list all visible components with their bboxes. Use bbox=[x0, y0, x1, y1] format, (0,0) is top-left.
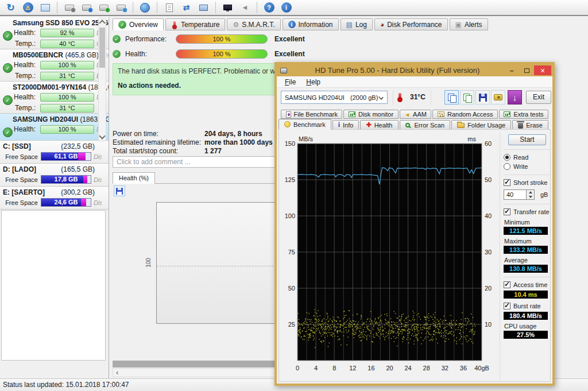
tab-erase[interactable]: Erase bbox=[512, 120, 548, 130]
temp-bar: 40 °C bbox=[40, 40, 94, 48]
tab-temperature[interactable]: Temperature bbox=[165, 18, 225, 30]
transfer-rate-checkbox[interactable] bbox=[504, 208, 510, 215]
exit-button[interactable]: Exit bbox=[526, 91, 551, 104]
remote-computer-icon[interactable] bbox=[196, 1, 211, 14]
maximum-value: 133.2 MB/s bbox=[504, 246, 548, 254]
status-bar-text: Status last updated: 15.01.2018 17:00:47 bbox=[3, 381, 129, 389]
gear-icon: ⚙ bbox=[233, 21, 239, 29]
disk-clock-icon[interactable] bbox=[79, 1, 94, 14]
tab-disk-performance[interactable]: ◕Disk Performance bbox=[374, 18, 448, 30]
disk-search-icon[interactable] bbox=[114, 1, 128, 14]
tab-file-benchmark[interactable]: File Benchmark bbox=[281, 110, 342, 119]
desktop: ↻ ⚠ ⇄ ◄ ? i Samsung SSD 850 EVO 250GB (2… bbox=[0, 0, 588, 391]
tab-information[interactable]: iInformation bbox=[283, 18, 339, 30]
temp-label: Temp.: bbox=[0, 72, 36, 80]
disk-header: MB0500EBNCR (465,8 GB) Disk: bbox=[0, 51, 109, 59]
tab-log[interactable]: ▤Log bbox=[341, 18, 373, 30]
sidebar-disk-samsung-ssd[interactable]: Samsung SSD 850 EVO 250GB (2 Health:92 %… bbox=[0, 17, 109, 49]
info-icon[interactable]: i bbox=[279, 1, 293, 14]
sidebar-disk-st2000[interactable]: ST2000DM001-9YN164 (1863,0 Health:100 %D… bbox=[0, 82, 109, 114]
short-stroke-stepper[interactable] bbox=[527, 189, 535, 200]
chart-icon bbox=[349, 111, 355, 117]
partition-e[interactable]: E: [SAERTO](300,2 GB) Free Space 24,6 GB… bbox=[0, 187, 109, 210]
short-stroke-checkbox[interactable] bbox=[504, 179, 510, 186]
tab-label: Info bbox=[343, 122, 353, 129]
report-glyph bbox=[166, 3, 173, 12]
partition-size: (232,5 GB) bbox=[61, 142, 95, 150]
read-radio[interactable] bbox=[504, 154, 510, 161]
tab-info[interactable]: iInfo bbox=[332, 120, 359, 130]
speaker-icon[interactable]: ◄ bbox=[238, 1, 252, 14]
maximize-button[interactable] bbox=[519, 65, 534, 75]
stat-label: Power on time: bbox=[113, 130, 204, 138]
scroll-down-icon[interactable] bbox=[99, 133, 105, 139]
svg-text:0: 0 bbox=[296, 365, 299, 371]
save-chart-button[interactable] bbox=[114, 185, 125, 196]
partition-d[interactable]: D: [LADO](165,5 GB) Free Space 17,8 GB D… bbox=[0, 164, 109, 187]
scroll-thumb[interactable] bbox=[99, 28, 105, 68]
partition-c[interactable]: C: [SSD](232,5 GB) Free Space 61,1 GB Di… bbox=[0, 141, 109, 164]
tab-alerts[interactable]: ▣Alerts bbox=[450, 18, 488, 30]
benchmark-panel: MB/sms1501251007550256050403020100481216… bbox=[278, 129, 551, 382]
start-button[interactable]: Start bbox=[508, 134, 546, 145]
copy-green-icon bbox=[463, 93, 472, 102]
health-ok-icon bbox=[3, 95, 13, 105]
capture-download-button[interactable]: ↓ bbox=[508, 90, 522, 104]
sync-icon[interactable]: ⇄ bbox=[179, 1, 194, 14]
tab-overview[interactable]: ✓Overview bbox=[113, 18, 164, 30]
tab-error-scan[interactable]: Error Scan bbox=[400, 120, 451, 130]
partition-size: (165,5 GB) bbox=[61, 165, 95, 173]
main-toolbar: ↻ ⚠ ⇄ ◄ ? i bbox=[0, 0, 588, 16]
tab-extra-tests[interactable]: Extra tests bbox=[499, 110, 548, 119]
disk-ok-icon[interactable] bbox=[96, 1, 111, 14]
tab-health[interactable]: ✚Health bbox=[360, 120, 398, 130]
report-icon[interactable] bbox=[162, 1, 176, 14]
write-label: Write bbox=[513, 163, 528, 170]
scroll-left-icon[interactable]: ‹ bbox=[113, 368, 121, 378]
write-radio[interactable] bbox=[504, 163, 510, 170]
tab-smart[interactable]: ⚙S.M.A.R.T. bbox=[227, 18, 280, 30]
refresh-icon[interactable]: ↻ bbox=[3, 1, 18, 14]
tab-benchmark[interactable]: Benchmark bbox=[278, 119, 331, 130]
svg-text:36: 36 bbox=[460, 365, 467, 371]
dots-icon bbox=[438, 111, 444, 117]
scroll-up-icon[interactable] bbox=[99, 20, 105, 26]
short-stroke-input[interactable]: 40 bbox=[504, 189, 527, 200]
copy-clipboard-button[interactable] bbox=[444, 90, 459, 104]
monitor-icon[interactable] bbox=[220, 1, 235, 14]
performance-meter: 100 % bbox=[176, 34, 268, 44]
menu-help[interactable]: Help bbox=[301, 77, 325, 87]
network-disk-icon[interactable] bbox=[138, 1, 152, 14]
health-ok-icon bbox=[3, 31, 13, 41]
tab-aam[interactable]: ◄AAM bbox=[400, 110, 432, 119]
temp-bar: 31 °C bbox=[40, 104, 94, 113]
tab-label: Benchmark bbox=[293, 121, 326, 128]
device-dropdown[interactable]: SAMSUNG HD204UI (2000 gB) bbox=[281, 91, 388, 104]
disk-stats: Power on time:204 days, 8 hours Estimate… bbox=[113, 130, 273, 156]
minimize-button[interactable] bbox=[504, 65, 519, 75]
copy-image-button[interactable] bbox=[460, 90, 474, 104]
help-icon[interactable]: ? bbox=[262, 1, 276, 14]
access-time-checkbox[interactable] bbox=[504, 281, 510, 288]
bulb-icon bbox=[284, 121, 291, 127]
toolbar-separator bbox=[57, 2, 57, 13]
sidebar-disk-hd204ui-selected[interactable]: SAMSUNG HD204UI (1863,0 GB) Health:100 %… bbox=[0, 114, 109, 141]
save-button[interactable] bbox=[475, 90, 490, 104]
partition-name: E: [SAERTO] bbox=[3, 188, 45, 196]
sidebar-disk-mb0500[interactable]: MB0500EBNCR (465,8 GB) Disk: Health:100 … bbox=[0, 49, 109, 82]
toolbar-separator bbox=[215, 2, 216, 13]
tab-disk-monitor[interactable]: Disk monitor bbox=[343, 110, 398, 119]
menu-file[interactable]: File bbox=[280, 77, 300, 87]
screenshot-button[interactable] bbox=[491, 90, 505, 104]
close-button[interactable] bbox=[534, 65, 551, 75]
disk-panel-icon[interactable] bbox=[38, 1, 52, 14]
burst-rate-checkbox[interactable] bbox=[504, 303, 510, 309]
hdtune-titlebar[interactable]: HD Tune Pro 5.00 - Hard Disk Utility (Fu… bbox=[277, 64, 552, 76]
tab-health-percent[interactable]: Health (%) bbox=[113, 172, 155, 184]
warning-icon[interactable]: ⚠ bbox=[21, 1, 35, 14]
disk-tools-icon[interactable] bbox=[62, 1, 76, 14]
sidebar-scrollbar[interactable] bbox=[98, 18, 106, 141]
tab-folder-usage[interactable]: Folder Usage bbox=[451, 120, 511, 130]
tab-random-access[interactable]: Random Access bbox=[432, 110, 498, 119]
health-bar: 100 % bbox=[40, 125, 94, 134]
